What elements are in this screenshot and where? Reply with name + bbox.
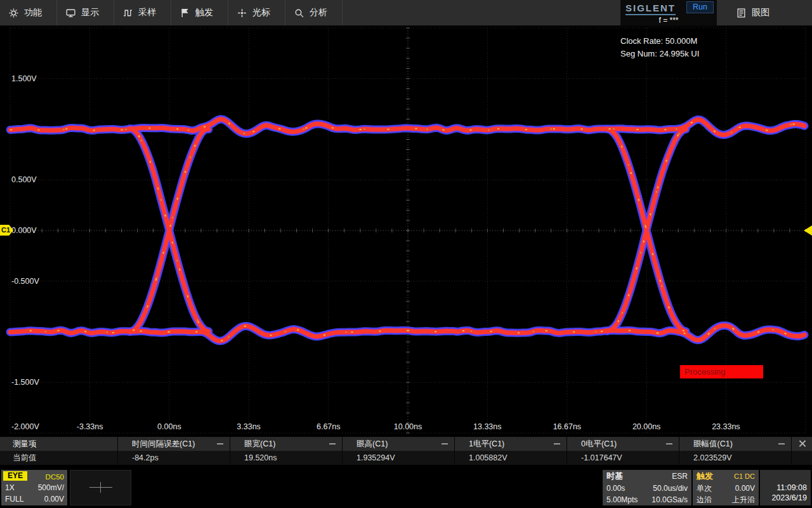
current-date: 2023/6/19 xyxy=(760,493,807,503)
sampling-icon xyxy=(122,8,133,18)
bandwidth-label: FULL xyxy=(5,493,23,505)
menu-item-cursor[interactable]: 光标 xyxy=(228,0,285,25)
collapse-dash-icon[interactable] xyxy=(329,443,336,444)
measurement-value: 2.023529V xyxy=(693,453,731,462)
scope-display: 1.500V1.000V0.500V0.000V-0.500V-1.000V-1… xyxy=(0,27,812,437)
waveform-slot-placeholder[interactable] xyxy=(70,470,131,505)
timebase-scale: 50.0us/div xyxy=(653,483,688,494)
svg-text:20.00ns: 20.00ns xyxy=(632,422,660,431)
menu-item-trigger[interactable]: 触发 xyxy=(171,0,228,25)
eye-channel-badge: EYE xyxy=(3,471,27,481)
plus-icon xyxy=(100,482,101,493)
gear-icon xyxy=(8,8,19,18)
datetime-panel: 11:09:08 2023/6/19 xyxy=(760,470,811,505)
trigger-flag-icon xyxy=(180,8,190,18)
timebase-title: 时基 xyxy=(606,470,623,483)
top-menu-bar: 功能 显示 采样 触发 光标 分析 SIGLENT Run f = *** xyxy=(0,0,812,27)
svg-text:0.000V: 0.000V xyxy=(11,226,37,235)
brand-panel: SIGLENT Run f = *** xyxy=(620,0,717,25)
measurement-header-label: 眼高(C1) xyxy=(357,439,388,448)
measurement-header-label: 时间间隔误差(C1) xyxy=(132,439,195,448)
measurement-value-cell: 2.023529V xyxy=(679,451,792,465)
measurement-header-label: 0电平(C1) xyxy=(581,439,617,448)
collapse-dash-icon[interactable] xyxy=(554,443,560,444)
measurement-value: -1.017647V xyxy=(581,453,622,462)
trigger-panel[interactable]: 触发 C1 DC 单次 0.00V 边沿 上升沿 xyxy=(693,470,759,505)
eye-diagram-icon xyxy=(736,8,747,18)
measurement-header-cell: 1电平(C1) xyxy=(455,437,567,451)
menu-item-label: 眼图 xyxy=(752,7,769,18)
measurement-value: 1.005882V xyxy=(469,453,507,462)
trigger-level-marker[interactable] xyxy=(804,225,812,236)
measurement-header-cell: 0电平(C1) xyxy=(567,437,679,451)
measurement-table: 测量项 时间间隔误差(C1) 眼宽(C1) 眼高(C1) 1电平(C1) 0电平… xyxy=(0,437,812,465)
trigger-type: 边沿 xyxy=(697,494,712,505)
svg-text:0.500V: 0.500V xyxy=(11,175,37,184)
menu-item-eye-diagram[interactable]: 眼图 xyxy=(728,0,797,25)
processing-badge: Processing xyxy=(680,365,763,378)
collapse-dash-icon[interactable] xyxy=(442,443,448,444)
plus-icon xyxy=(89,487,112,488)
measurement-header-label: 测量项 xyxy=(13,439,37,448)
measurement-value-cell: 当前值 xyxy=(0,451,118,465)
memory-depth: 5.00Mpts xyxy=(606,494,638,505)
menu-item-display[interactable]: 显示 xyxy=(57,0,114,25)
trigger-title: 触发 xyxy=(697,470,713,483)
menu-item-label: 采样 xyxy=(138,7,156,18)
menu-item-analysis[interactable]: 分析 xyxy=(285,0,343,25)
analysis-icon xyxy=(294,8,304,18)
menu-item-sampling[interactable]: 采样 xyxy=(114,0,171,25)
seg-num-readout: Seg Num: 24.995k UI xyxy=(620,48,699,60)
measurement-value-row: 当前值 -84.2ps 19.520ns 1.935294V 1.005882V… xyxy=(0,451,812,465)
svg-text:1.500V: 1.500V xyxy=(11,74,37,83)
measurement-value-cell: 1.005882V xyxy=(455,451,567,465)
menu-item-label: 显示 xyxy=(81,7,99,18)
close-measurements-button[interactable] xyxy=(792,437,812,451)
vertical-scale-label: 500mV/ xyxy=(38,482,64,493)
trigger-slope: 上升沿 xyxy=(732,494,755,505)
acquisition-annotations: Clock Rate: 50.000M Seg Num: 24.995k UI xyxy=(620,35,699,60)
timebase-panel[interactable]: 时基 ESR 0.00s 50.0us/div 5.00Mpts 10.0GSa… xyxy=(603,470,691,505)
svg-text:3.33ns: 3.33ns xyxy=(237,422,261,431)
menu-item-label: 分析 xyxy=(310,7,327,18)
trigger-frequency-readout: f = *** xyxy=(620,16,717,25)
measurement-value-cell: 1.935294V xyxy=(343,451,455,465)
svg-text:-1.500V: -1.500V xyxy=(11,378,39,387)
probe-attenuation-label: 1X xyxy=(5,482,15,493)
svg-text:6.67ns: 6.67ns xyxy=(317,422,341,431)
menu-item-function[interactable]: 功能 xyxy=(0,0,57,25)
trigger-sweep-mode: 单次 xyxy=(697,483,712,494)
current-time: 11:09:08 xyxy=(760,483,807,493)
close-icon xyxy=(798,439,806,448)
trigger-level: 0.00V xyxy=(735,483,755,494)
collapse-dash-icon[interactable] xyxy=(778,443,785,444)
measurement-header-cell: 时间间隔误差(C1) xyxy=(118,437,230,451)
cursor-icon xyxy=(237,8,247,18)
svg-text:13.33ns: 13.33ns xyxy=(473,422,501,431)
menu-item-label: 光标 xyxy=(252,7,270,18)
measurement-value: 19.520ns xyxy=(244,453,277,462)
measurement-header-cell: 眼幅值(C1) xyxy=(679,437,792,451)
channel-descriptor-eye[interactable]: EYE DC50 1X 500mV/ FULL 0.00V xyxy=(1,470,67,505)
svg-text:-2.000V: -2.000V xyxy=(11,422,39,431)
measurement-header-cell: 眼高(C1) xyxy=(343,437,455,451)
measurement-value-cell: -84.2ps xyxy=(118,451,230,465)
status-bar: EYE DC50 1X 500mV/ FULL 0.00V 时基 ESR 0.0… xyxy=(0,465,812,508)
measurement-value: 1.935294V xyxy=(357,453,395,462)
run-status-button[interactable]: Run xyxy=(686,1,714,13)
svg-text:-0.500V: -0.500V xyxy=(11,277,39,286)
measurement-value-cell: -1.017647V xyxy=(567,451,679,465)
svg-text:-3.33ns: -3.33ns xyxy=(77,422,103,431)
trigger-source-label: C1 DC xyxy=(734,470,755,483)
collapse-dash-icon[interactable] xyxy=(666,443,672,444)
coupling-label: DC50 xyxy=(46,471,64,483)
collapse-dash-icon[interactable] xyxy=(217,443,223,444)
measurement-value: -84.2ps xyxy=(132,453,159,462)
measurement-header-cell: 测量项 xyxy=(0,437,118,451)
timebase-mode-label: ESR xyxy=(672,470,688,483)
vertical-offset-label: 0.00V xyxy=(44,493,64,505)
siglent-logo: SIGLENT xyxy=(625,3,676,15)
menu-item-label: 触发 xyxy=(195,7,213,18)
measurement-header-row: 测量项 时间间隔误差(C1) 眼宽(C1) 眼高(C1) 1电平(C1) 0电平… xyxy=(0,437,812,451)
measurement-header-label: 眼宽(C1) xyxy=(244,439,275,448)
